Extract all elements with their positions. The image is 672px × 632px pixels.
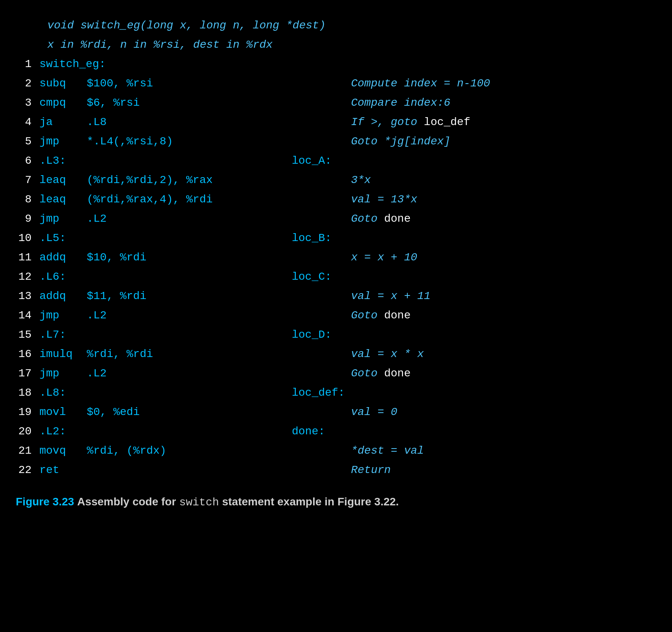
label: loc_def: xyxy=(292,383,351,402)
asm-instruction: jmp xyxy=(39,306,87,325)
label: loc_B: xyxy=(292,228,351,248)
asm-instruction: switch_eg: xyxy=(39,54,87,74)
asm-instruction: leaq xyxy=(39,190,87,209)
asm-instruction: ret xyxy=(39,460,87,480)
code-line: 12.L6:loc_C: xyxy=(16,267,656,286)
code-line: 11addq$10, %rdix = x + 10 xyxy=(16,248,656,267)
asm-args: $0, %edi xyxy=(87,402,292,422)
asm-section: .L5: xyxy=(39,228,292,248)
line-number: 14 xyxy=(16,306,39,325)
comment: Goto done xyxy=(351,364,656,383)
asm-args xyxy=(87,151,292,170)
line-number: 19 xyxy=(16,402,39,422)
asm-instruction: .L5: xyxy=(39,228,87,248)
asm-args: *.L4(,%rsi,8) xyxy=(87,132,292,151)
asm-args: (%rdi,%rax,4), %rdi xyxy=(87,190,292,209)
comment: val = x + 11 xyxy=(351,286,656,306)
asm-instruction: cmpq xyxy=(39,93,87,112)
line-number: 10 xyxy=(16,228,39,248)
header-line1: void switch_eg(long x, long n, long *des… xyxy=(16,16,656,35)
asm-instruction: .L7: xyxy=(39,325,87,344)
code-line: 18.L8:loc_def: xyxy=(16,383,656,402)
asm-section: movl$0, %edi xyxy=(39,402,292,422)
asm-args: $100, %rsi xyxy=(87,74,292,93)
code-line: 10.L5:loc_B: xyxy=(16,228,656,248)
asm-args: $11, %rdi xyxy=(87,286,292,306)
line-number: 5 xyxy=(16,132,39,151)
asm-instruction: jmp xyxy=(39,364,87,383)
asm-instruction: movl xyxy=(39,402,87,422)
code-line: 8leaq(%rdi,%rax,4), %rdival = 13*x xyxy=(16,190,656,209)
asm-args: .L2 xyxy=(87,209,292,228)
asm-args xyxy=(87,54,292,74)
asm-section: addq$10, %rdi xyxy=(39,248,292,267)
asm-section: .L3: xyxy=(39,151,292,170)
caption: Figure 3.23 Assembly code for switch sta… xyxy=(16,496,656,509)
asm-args xyxy=(87,460,292,480)
code-line: 17jmp.L2Goto done xyxy=(16,364,656,383)
asm-args: (%rdi,%rdi,2), %rax xyxy=(87,170,292,190)
header-line2: x in %rdi, n in %rsi, dest in %rdx xyxy=(16,35,656,54)
comment: val = 0 xyxy=(351,402,656,422)
asm-instruction: subq xyxy=(39,74,87,93)
asm-instruction: leaq xyxy=(39,170,87,190)
line-number: 12 xyxy=(16,267,39,286)
asm-instruction: jmp xyxy=(39,132,87,151)
asm-section: ja.L8 xyxy=(39,112,292,132)
caption-code: switch xyxy=(179,496,219,509)
asm-args: %rdi, (%rdx) xyxy=(87,441,292,460)
comment: *dest = val xyxy=(351,441,656,460)
line-number: 22 xyxy=(16,460,39,480)
asm-instruction: addq xyxy=(39,286,87,306)
asm-section: .L2: xyxy=(39,422,292,441)
asm-section: imulq%rdi, %rdi xyxy=(39,344,292,364)
code-line: 19movl$0, %edival = 0 xyxy=(16,402,656,422)
asm-args: $6, %rsi xyxy=(87,93,292,112)
asm-args xyxy=(87,228,292,248)
asm-args xyxy=(87,383,292,402)
caption-text2: statement example in Figure 3.22. xyxy=(222,496,399,508)
line-number: 20 xyxy=(16,422,39,441)
asm-section: jmp.L2 xyxy=(39,209,292,228)
comment: Return xyxy=(351,460,656,480)
asm-instruction: .L3: xyxy=(39,151,87,170)
asm-section: subq$100, %rsi xyxy=(39,74,292,93)
asm-section: .L7: xyxy=(39,325,292,344)
comment: Compute index = n-100 xyxy=(351,74,656,93)
asm-instruction: .L2: xyxy=(39,422,87,441)
label: loc_C: xyxy=(292,267,351,286)
code-line: 20.L2:done: xyxy=(16,422,656,441)
asm-args: .L2 xyxy=(87,306,292,325)
line-number: 13 xyxy=(16,286,39,306)
asm-args xyxy=(87,267,292,286)
line-number: 17 xyxy=(16,364,39,383)
asm-section: .L6: xyxy=(39,267,292,286)
code-line: 9jmp.L2Goto done xyxy=(16,209,656,228)
asm-instruction: imulq xyxy=(39,344,87,364)
comment: val = 13*x xyxy=(351,190,656,209)
line-number: 2 xyxy=(16,74,39,93)
line-number: 1 xyxy=(16,54,39,74)
asm-section: addq$11, %rdi xyxy=(39,286,292,306)
code-line: 14jmp.L2Goto done xyxy=(16,306,656,325)
asm-args: .L8 xyxy=(87,112,292,132)
line-number: 11 xyxy=(16,248,39,267)
asm-section: movq%rdi, (%rdx) xyxy=(39,441,292,460)
caption-text1: Assembly code for xyxy=(77,496,176,508)
asm-section: .L8: xyxy=(39,383,292,402)
code-line: 21movq%rdi, (%rdx)*dest = val xyxy=(16,441,656,460)
comment: val = x * x xyxy=(351,344,656,364)
line-number: 15 xyxy=(16,325,39,344)
line-number: 8 xyxy=(16,190,39,209)
asm-instruction: movq xyxy=(39,441,87,460)
asm-args xyxy=(87,325,292,344)
code-line: 7leaq(%rdi,%rdi,2), %rax3*x xyxy=(16,170,656,190)
asm-instruction: jmp xyxy=(39,209,87,228)
asm-args: .L2 xyxy=(87,364,292,383)
line-number: 16 xyxy=(16,344,39,364)
line-number: 6 xyxy=(16,151,39,170)
code-line: 16imulq%rdi, %rdival = x * x xyxy=(16,344,656,364)
code-line: 6.L3:loc_A: xyxy=(16,151,656,170)
comment: Goto *jg[index] xyxy=(351,132,656,151)
asm-instruction: ja xyxy=(39,112,87,132)
